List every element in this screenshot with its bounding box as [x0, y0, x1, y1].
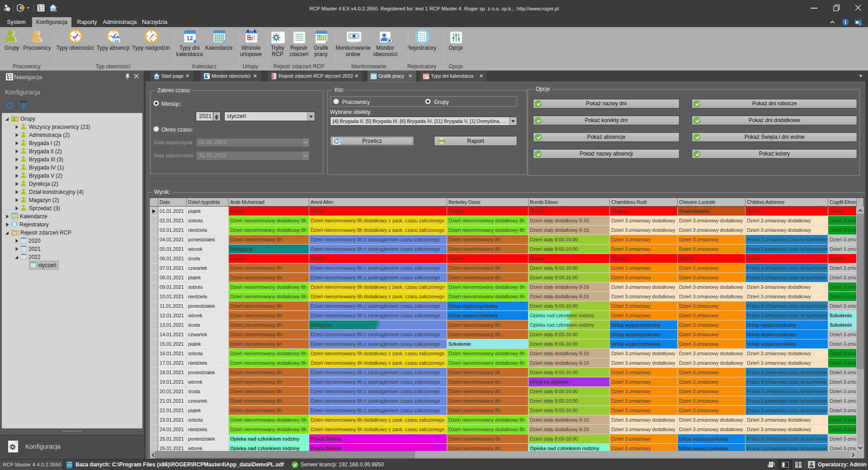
- svg-text:12: 12: [186, 35, 193, 42]
- svg-text:12: 12: [115, 39, 119, 43]
